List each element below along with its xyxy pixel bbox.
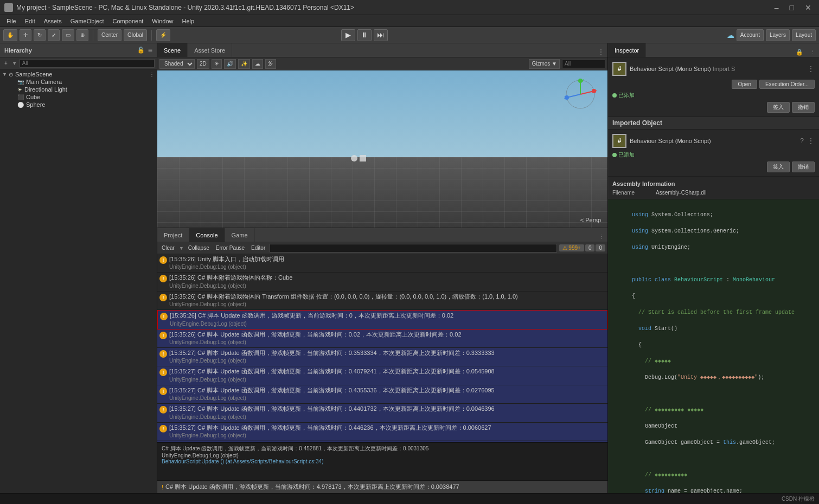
skybox-button[interactable]: ☁ [252,59,263,69]
hierarchy-item-maincamera[interactable]: 📷 Main Camera [0,78,157,86]
hierarchy-menu-icon[interactable]: ≡ [148,46,152,55]
scale-tool-button[interactable]: ⤢ [48,29,60,41]
menu-file[interactable]: File [2,17,21,25]
tab-project[interactable]: Project [157,228,189,242]
menu-help[interactable]: Help [177,17,199,25]
maximize-button[interactable]: □ [786,2,797,13]
svg-text:Y: Y [581,79,584,82]
hierarchy-item-samplescene[interactable]: ▼ ⊙ SampleScene ⋮ [0,70,157,78]
entry-text-7: [15:35:27] C# 脚本 Update 函数调用，游戏帧更新，当前游戏时… [169,367,605,383]
console-error-count0: 0 [585,244,595,251]
step-button[interactable]: ⏭ [374,29,388,41]
hierarchy-add-button[interactable]: + [2,60,10,67]
console-entry-6[interactable]: ! [15:35:27] C# 脚本 Update 函数调用，游戏帧更新，当前游… [157,348,607,366]
samplescene-options-icon[interactable]: ⋮ [149,72,155,77]
maincamera-label: Main Camera [26,79,62,85]
scene-viewport[interactable]: X Y Z < Persp [157,70,607,228]
menu-assets[interactable]: Assets [40,17,66,25]
clear-dropdown[interactable]: ▼ [179,245,184,251]
global-button[interactable]: Global [124,29,147,41]
warn-icon-7: ! [159,369,167,376]
hierarchy-item-sphere[interactable]: ⚪ Sphere [0,101,157,108]
center-button[interactable]: Center [98,29,121,41]
rotate-tool-button[interactable]: ↻ [34,29,46,41]
tab-scene[interactable]: Scene [157,43,188,57]
hierarchy-item-directionallight[interactable]: ☀ Directional Light [0,86,157,93]
revoke-button-2[interactable]: 撤销 [792,161,815,172]
open-button-1[interactable]: Open [732,80,757,89]
menu-edit[interactable]: Edit [21,17,40,25]
hierarchy-lock-icon[interactable]: 🔓 [137,47,145,54]
script-options-icon-1[interactable]: ⋮ [807,64,815,73]
revoke-button-1[interactable]: 撤销 [792,102,815,113]
minimize-button[interactable]: – [771,2,782,13]
console-entry-4[interactable]: ! [15:35:26] C# 脚本 Update 函数调用，游戏帧更新，当前游… [157,310,607,329]
shading-mode-select[interactable]: Shaded [159,59,195,69]
console-detail-link[interactable]: BehaviourScript:Update () (at Assets/Scr… [162,458,603,464]
console-entry-9[interactable]: ! [15:35:27] C# 脚本 Update 函数调用，游戏帧更新，当前游… [157,404,607,422]
transform-tool-button[interactable]: ⊕ [76,29,88,41]
lighting-button[interactable]: ☀ [212,59,222,69]
assembly-filename-value: Assembly-CSharp.dll [656,190,706,196]
inspector-lock-icon[interactable]: 🔒 [792,48,807,57]
hierarchy-search-input[interactable] [20,59,155,68]
inspector-options-icon[interactable]: ⋮ [807,48,819,57]
tab-project-label: Project [164,232,182,238]
hierarchy-panel: Hierarchy 🔓 ≡ + ▼ ▼ ⊙ SampleScene ⋮ 📷 Ma… [0,43,157,493]
account-button[interactable]: Account [737,29,764,41]
close-button[interactable]: ✕ [802,2,815,13]
console-entry-2[interactable]: ! [15:35:26] C# 脚本附着游戏物体的名称：Cube UnityEn… [157,273,607,291]
console-tabs-options[interactable]: ⋮ [595,232,607,242]
layers-button[interactable]: Layers [766,29,790,41]
gizmos-button[interactable]: Gizmos ▼ [529,59,560,69]
move-tool-button[interactable]: ✛ [20,29,31,41]
console-collapse-button[interactable]: Collapse [186,244,212,251]
fog-button[interactable]: 🌫 [265,59,276,69]
separator-2 [151,30,152,41]
tab-console[interactable]: Console [189,228,225,242]
console-entry-10[interactable]: ! [15:35:27] C# 脚本 Update 函数调用，游戏帧更新，当前游… [157,423,607,441]
rect-tool-button[interactable]: ▭ [62,29,74,41]
scene-search-input[interactable] [562,60,605,68]
tab-asset-store[interactable]: Asset Store [188,43,232,57]
entry-text-8: [15:35:27] C# 脚本 Update 函数调用，游戏帧更新，当前游戏时… [169,386,605,402]
snap-button[interactable]: ⚡ [156,29,170,41]
window-controls[interactable]: – □ ✕ [771,2,815,13]
menu-component[interactable]: Component [108,17,148,25]
hand-tool-button[interactable]: ✋ [3,29,17,41]
hierarchy-dropdown-arrow: ▼ [12,60,17,66]
help-icon[interactable]: ? [800,137,804,145]
console-error-pause-button[interactable]: Error Pause [214,244,247,251]
console-clear-button[interactable]: Clear [159,244,177,251]
console-entry-3[interactable]: ! [15:35:26] C# 脚本附着游戏物体的 Transform 组件数据… [157,292,607,310]
entry-text-1: [15:35:26] Unity 脚本入口，启动加载时调用 UnityEngin… [169,255,605,271]
2d-button[interactable]: 2D [197,59,209,69]
console-entry-1[interactable]: ! [15:35:26] Unity 脚本入口，启动加载时调用 UnityEng… [157,254,607,273]
scene-sky [157,70,607,157]
menu-window[interactable]: Window [148,17,177,25]
signin-button-1[interactable]: 签入 [767,102,790,113]
fx-button[interactable]: ✨ [238,59,250,69]
pause-button[interactable]: ⏸ [357,29,372,41]
console-bottom-warn-icon: ! [162,484,163,490]
console-search-input[interactable] [270,244,556,253]
console-entry-7[interactable]: ! [15:35:27] C# 脚本 Update 函数调用，游戏帧更新，当前游… [157,366,607,385]
tab-inspector[interactable]: Inspector [608,43,646,57]
play-button[interactable]: ▶ [341,29,355,41]
menu-gameobject[interactable]: GameObject [66,17,108,25]
sphere-label: Sphere [26,101,45,108]
console-entry-8[interactable]: ! [15:35:27] C# 脚本 Update 函数调用，游戏帧更新，当前游… [157,385,607,404]
console-editor-button[interactable]: Editor [249,244,267,251]
console-entry-5[interactable]: ! [15:35:26] C# 脚本 Update 函数调用，游戏帧更新，当前游… [157,329,607,348]
signin-button-2[interactable]: 签入 [767,161,790,172]
layout-button[interactable]: Layout [792,29,816,41]
gizmo-widget[interactable]: X Y Z [564,78,597,111]
tab-game[interactable]: Game [225,228,255,242]
execution-order-button-1[interactable]: Execution Order... [759,80,815,89]
imported-object-header: Imported Object [608,117,819,130]
scene-tabs-options[interactable]: ⋮ [594,47,607,57]
audio-button[interactable]: 🔊 [224,59,236,69]
hierarchy-item-cube[interactable]: ⬛ Cube [0,93,157,101]
script-options-icon-2[interactable]: ⋮ [807,137,815,145]
assembly-section: Assembly Information Filename Assembly-C… [608,177,819,199]
